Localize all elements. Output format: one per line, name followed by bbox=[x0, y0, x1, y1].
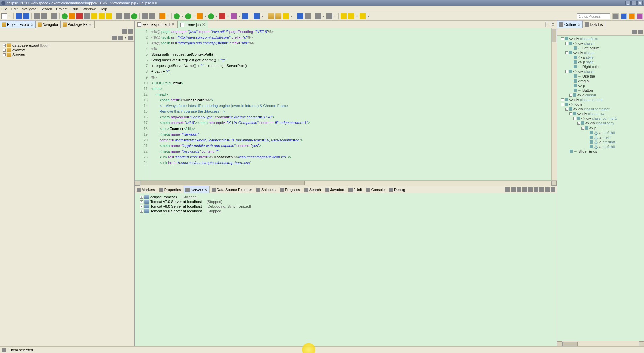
terminate-button[interactable] bbox=[76, 13, 83, 19]
outline-sort-icon[interactable] bbox=[632, 30, 637, 34]
server-item[interactable]: +Tomcat v7.0 Server at localhost [Stoppe… bbox=[136, 199, 555, 204]
open-type-button[interactable] bbox=[268, 13, 274, 19]
relaunch-button[interactable] bbox=[131, 13, 137, 19]
menu-file[interactable]: File bbox=[1, 7, 7, 11]
search-button[interactable] bbox=[283, 13, 289, 19]
server-item[interactable]: +Tomcat v9.0 Server at localhost [Stoppe… bbox=[136, 209, 555, 213]
java-perspective-button[interactable] bbox=[621, 13, 627, 19]
server-link-button[interactable] bbox=[505, 187, 510, 192]
server-clean-button[interactable] bbox=[539, 187, 544, 192]
expand-icon[interactable]: - bbox=[561, 103, 564, 106]
outline-item[interactable]: -<> div class=copy bbox=[558, 121, 643, 125]
outline-item[interactable]: ← Use the bbox=[558, 74, 643, 79]
outline-item[interactable]: -<> div class= bbox=[558, 69, 643, 74]
forward-button[interactable] bbox=[348, 13, 354, 19]
quick-access-input[interactable]: Quick Access bbox=[577, 13, 610, 19]
server-debug-button[interactable] bbox=[511, 187, 516, 192]
expand-icon[interactable]: + bbox=[140, 200, 143, 203]
outline-item[interactable]: -<> p bbox=[558, 125, 643, 130]
outline-item[interactable]: <> p style bbox=[558, 60, 643, 64]
close-icon[interactable]: ✕ bbox=[172, 22, 175, 27]
outline-item[interactable]: ⚓ a href=htt bbox=[558, 140, 643, 144]
outline-item[interactable]: -<> div class= bbox=[558, 41, 643, 46]
save-all-button[interactable] bbox=[23, 13, 29, 19]
resume-button[interactable] bbox=[62, 13, 68, 19]
expand-icon[interactable]: + bbox=[569, 94, 572, 97]
link-editor-icon[interactable] bbox=[118, 36, 123, 40]
expand-icon[interactable]: + bbox=[140, 196, 143, 199]
debug-perspective-button[interactable] bbox=[629, 13, 635, 19]
expand-icon[interactable]: - bbox=[561, 37, 564, 40]
outline-item[interactable]: -<> div class=flexs bbox=[558, 36, 643, 41]
bottom-tab-junit[interactable]: JUnit bbox=[346, 186, 364, 193]
view-tab-task lis[interactable]: Task Lis bbox=[583, 21, 605, 28]
server-profile-button[interactable] bbox=[522, 187, 527, 192]
server-item[interactable]: +Tomcat v8.0 Server at localhost [Debugg… bbox=[136, 204, 555, 209]
editor-tab[interactable]: home.jsp✕ bbox=[178, 21, 208, 28]
bottom-tab-snippets[interactable]: Snippets bbox=[254, 186, 278, 193]
cursor-button[interactable] bbox=[51, 13, 57, 19]
bottom-tab-console[interactable]: Console bbox=[364, 186, 387, 193]
bottom-tab-markers[interactable]: Markers bbox=[135, 186, 157, 193]
outline-item[interactable]: ← Slider Ends bbox=[558, 149, 643, 154]
menu-help[interactable]: Help bbox=[100, 7, 107, 11]
bottom-tab-search[interactable]: Search bbox=[302, 186, 323, 193]
outline-item[interactable]: ⚓ a href= bbox=[558, 135, 643, 140]
view-tab-project-explo[interactable]: Project Explo✕ bbox=[0, 21, 36, 28]
expand-icon[interactable]: - bbox=[581, 127, 584, 130]
annotation-prev-button[interactable] bbox=[315, 13, 321, 19]
expand-icon[interactable]: - bbox=[569, 112, 572, 115]
annotation-next-button[interactable] bbox=[326, 13, 332, 19]
stop-button[interactable] bbox=[219, 13, 225, 19]
close-icon[interactable]: ✕ bbox=[578, 23, 580, 27]
outline-item[interactable]: -<> div class=col-md-1 bbox=[558, 116, 643, 121]
outline-item[interactable]: <> p style bbox=[558, 55, 643, 60]
disconnect-button[interactable] bbox=[84, 13, 90, 19]
new-enum-button[interactable] bbox=[254, 13, 260, 19]
editor-hscrollbar[interactable] bbox=[135, 180, 557, 186]
editor-tab[interactable]: examxx/pom.xml✕ bbox=[135, 21, 178, 28]
save-button[interactable] bbox=[16, 13, 22, 19]
outline-item[interactable]: -<> div class=container bbox=[558, 107, 643, 111]
outline-item[interactable]: → Right colu bbox=[558, 64, 643, 69]
outline-item[interactable]: -<> div class=content bbox=[558, 97, 643, 102]
view-tab-navigator[interactable]: Navigator bbox=[36, 21, 61, 28]
new-server-button[interactable] bbox=[159, 13, 165, 19]
new-button[interactable] bbox=[1, 13, 7, 19]
expand-icon[interactable]: + bbox=[3, 49, 6, 52]
back-button[interactable] bbox=[341, 13, 347, 19]
outline-item[interactable]: ⚓ a href=htt bbox=[558, 130, 643, 135]
editor-vscrollbar[interactable] bbox=[551, 28, 557, 180]
link-button[interactable] bbox=[149, 13, 155, 19]
expand-icon[interactable]: - bbox=[577, 122, 580, 125]
close-icon[interactable]: ✕ bbox=[202, 22, 205, 27]
expand-icon[interactable]: - bbox=[565, 42, 568, 45]
expand-icon[interactable]: - bbox=[573, 117, 576, 120]
bottom-tab-javadoc[interactable]: Javadoc bbox=[323, 186, 346, 193]
outline-item[interactable]: <> p bbox=[558, 83, 643, 88]
expand-icon[interactable]: + bbox=[3, 44, 6, 47]
expand-icon[interactable]: + bbox=[140, 205, 143, 208]
outline-menu-icon[interactable] bbox=[638, 30, 643, 34]
project-item[interactable]: +Servers bbox=[1, 52, 133, 57]
javaee-perspective-button[interactable] bbox=[637, 13, 643, 19]
step-into-button[interactable] bbox=[91, 13, 97, 19]
project-item[interactable]: +examxx bbox=[1, 48, 133, 52]
bottom-tab-progress[interactable]: Progress bbox=[278, 186, 302, 193]
step-over-button[interactable] bbox=[99, 13, 105, 19]
view-tab-package-explo[interactable]: Package Explo bbox=[61, 21, 95, 28]
drop-frame-button[interactable] bbox=[116, 13, 122, 19]
web-button[interactable] bbox=[297, 13, 303, 19]
open-task-button[interactable] bbox=[275, 13, 281, 19]
close-button[interactable]: ✕ bbox=[637, 1, 643, 5]
minimize-view-icon[interactable] bbox=[122, 29, 127, 34]
bottom-tab-debug[interactable]: Debug bbox=[387, 186, 407, 193]
menu-navigate[interactable]: Navigate bbox=[22, 7, 36, 11]
maximize-button[interactable]: ❐ bbox=[631, 1, 637, 5]
server-max-button[interactable] bbox=[551, 187, 555, 192]
run-button[interactable] bbox=[185, 13, 191, 19]
bottom-tab-servers[interactable]: Servers✕ bbox=[183, 186, 210, 193]
project-item[interactable]: +database-export [boot] bbox=[1, 43, 133, 48]
close-icon[interactable]: ✕ bbox=[31, 23, 33, 27]
filter-dropdown[interactable]: ▾ bbox=[124, 35, 127, 41]
